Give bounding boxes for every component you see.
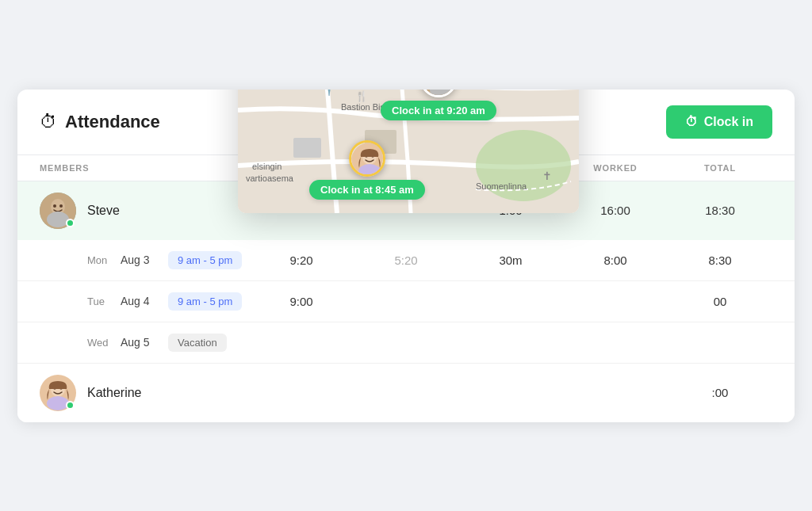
shift-badge-tue: 9 am - 5 pm [168, 292, 242, 311]
clock-in-locations-popup: Clock in locations [238, 90, 579, 213]
restaurant-icon: 🍴 [355, 90, 368, 102]
steve-pin-avatar [420, 90, 457, 97]
svg-text:✝: ✝ [542, 170, 552, 182]
header-left: ⏱ Attendance [40, 112, 160, 132]
svg-point-17 [430, 90, 452, 97]
mon-total: 8:30 [668, 254, 772, 267]
stopwatch-icon: ⏱ [40, 112, 57, 132]
map-label-suomenlinna: Suomenlinna [476, 181, 527, 191]
map-label-vartioasema: vartioasema [246, 174, 293, 183]
shift-badge-mon: 9 am - 5 pm [168, 251, 242, 269]
map-label-elsingin: elsingin [252, 162, 282, 171]
day-info-wed: Wed Aug 5 Vacation [40, 334, 249, 352]
day-row-wed: Wed Aug 5 Vacation [17, 322, 795, 364]
day-date-wed: Aug 5 [121, 336, 160, 349]
online-dot-steve [66, 219, 75, 227]
mon-clock-out: 5:20 [354, 254, 458, 267]
day-info-mon: Mon Aug 3 9 am - 5 pm [40, 251, 249, 269]
col-total: TOTAL [668, 163, 772, 173]
steve-total: 18:30 [668, 204, 772, 217]
day-date-tue: Aug 4 [121, 295, 160, 307]
member-row-katherine: Katherine :00 [17, 364, 795, 422]
online-dot-katherine [66, 401, 75, 410]
katherine-pin-avatar [349, 140, 385, 177]
mon-breaks: 30m [499, 254, 522, 267]
steve-avatar-pin: Clock in at 9:20 am [381, 90, 496, 120]
svg-point-3 [59, 204, 63, 208]
mon-clock-in: 9:20 [249, 254, 354, 267]
shift-badge-wed: Vacation [168, 334, 227, 352]
member-info-katherine: Katherine [40, 375, 249, 411]
page-title: Attendance [65, 112, 160, 132]
katherine-total: :00 [668, 386, 772, 399]
day-row-mon: Mon Aug 3 9 am - 5 pm 9:20 5:20 30m Cloc… [17, 240, 795, 281]
svg-point-2 [53, 204, 56, 208]
map-area: ✝ K-Market Jetty Barracks elsingin varti… [238, 90, 579, 213]
avatar-wrap-steve [40, 193, 76, 229]
day-label-mon: Mon [87, 254, 113, 266]
col-members: MEMBERS [40, 163, 249, 173]
member-name-katherine: Katherine [87, 386, 142, 400]
day-row-tue: Tue Aug 4 9 am - 5 pm 9:00 00 [17, 281, 795, 322]
attendance-card: ⏱ Attendance ⏱ Clock in MEMBERS CLOCK IN… [17, 90, 795, 422]
member-name-steve: Steve [87, 204, 120, 218]
day-label-tue: Tue [87, 296, 113, 307]
avatar-wrap-katherine [40, 375, 76, 411]
steve-clock-label: Clock in at 9:20 am [381, 101, 496, 120]
red-location-pin: 📍 [313, 90, 345, 97]
clock-in-icon: ⏱ [685, 115, 698, 129]
tue-clock-in: 9:00 [249, 295, 354, 308]
clock-in-label: Clock in [704, 115, 753, 129]
day-label-wed: Wed [87, 337, 113, 349]
katherine-clock-label: Clock in at 8:45 am [309, 180, 425, 200]
day-info-tue: Tue Aug 4 9 am - 5 pm [40, 292, 249, 311]
mon-worked: 8:00 [563, 254, 668, 267]
katherine-avatar-pin: Clock in at 8:45 am [309, 140, 425, 200]
mon-breaks-cell: 30m Clock in locations [458, 254, 563, 267]
member-info-steve: Steve [40, 193, 249, 229]
day-date-mon: Aug 3 [121, 254, 160, 266]
tue-total: 00 [668, 295, 772, 308]
clock-in-button[interactable]: ⏱ Clock in [666, 105, 772, 139]
